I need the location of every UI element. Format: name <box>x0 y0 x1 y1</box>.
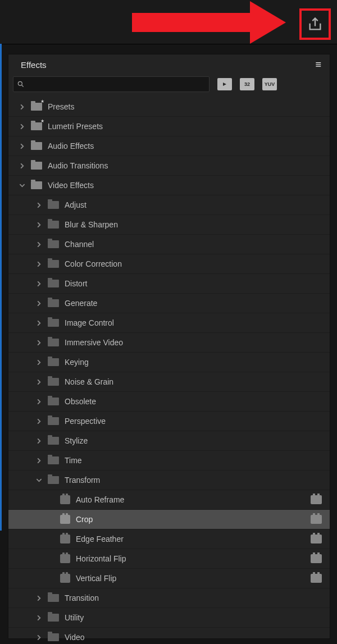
tree-item-stylize[interactable]: Stylize <box>8 431 330 451</box>
tree-item-keying[interactable]: Keying <box>8 353 330 372</box>
tree-item-generate[interactable]: Generate <box>8 294 330 313</box>
svg-point-0 <box>18 81 22 85</box>
folder-icon <box>48 437 59 445</box>
chevron-right-icon <box>35 418 42 424</box>
folder-icon <box>48 358 59 366</box>
chevron-right-icon <box>35 319 42 326</box>
chevron-right-icon <box>19 123 25 130</box>
chevron-right-icon <box>35 241 42 248</box>
folder-icon <box>48 614 59 622</box>
chevron-right-icon <box>35 359 42 366</box>
effect-edge-feather[interactable]: Edge Feather <box>8 529 330 549</box>
chevron-right-icon <box>35 339 42 346</box>
folder-icon <box>48 594 59 602</box>
folder-icon <box>48 260 59 268</box>
folder-icon <box>48 319 59 327</box>
filter-32bit-button[interactable]: 32 <box>240 78 254 90</box>
effect-preset-icon <box>60 554 70 563</box>
active-panel-indicator <box>0 44 2 531</box>
effect-preset-icon <box>60 535 70 543</box>
tree-item-color-correction[interactable]: Color Correction <box>8 254 330 274</box>
tree-item-distort[interactable]: Distort <box>8 274 330 294</box>
search-icon <box>17 80 25 88</box>
tree-item-lumetri-presets[interactable]: Lumetri Presets <box>8 117 330 136</box>
effect-preset-icon <box>60 515 70 524</box>
tree-item-noise-grain[interactable]: Noise & Grain <box>8 372 330 392</box>
accelerated-badge-icon <box>311 535 322 543</box>
tree-item-audio-effects[interactable]: Audio Effects <box>8 136 330 156</box>
folder-icon <box>31 122 42 130</box>
chevron-right-icon <box>35 300 42 307</box>
chevron-down-icon <box>35 477 42 483</box>
folder-icon <box>48 339 59 346</box>
tree-item-time[interactable]: Time <box>8 451 330 471</box>
tree-item-transform[interactable]: Transform <box>8 471 330 490</box>
chevron-right-icon <box>35 457 42 464</box>
filter-accelerated-button[interactable] <box>217 78 232 90</box>
folder-icon <box>48 299 59 307</box>
accelerated-badge-icon <box>311 515 322 524</box>
chevron-right-icon <box>35 280 42 287</box>
tree-item-presets[interactable]: Presets <box>8 97 330 117</box>
accelerated-badge-icon <box>311 574 322 583</box>
search-field[interactable] <box>28 80 209 89</box>
chevron-right-icon <box>19 143 25 149</box>
folder-icon <box>48 378 59 386</box>
folder-icon <box>48 280 59 287</box>
folder-icon <box>48 240 59 248</box>
chevron-right-icon <box>35 437 42 444</box>
folder-icon <box>48 221 59 229</box>
tree-item-image-control[interactable]: Image Control <box>8 313 330 333</box>
effects-panel: Effects ≡ 32 YUV Presets Lumetri Presets… <box>8 54 330 639</box>
effect-crop[interactable]: Crop <box>8 510 330 529</box>
effect-horizontal-flip[interactable]: Horizontal Flip <box>8 549 330 569</box>
chevron-right-icon <box>35 261 42 267</box>
export-button-highlight[interactable] <box>299 8 331 40</box>
filter-yuv-button[interactable]: YUV <box>262 78 277 90</box>
effect-vertical-flip[interactable]: Vertical Flip <box>8 569 330 588</box>
folder-icon <box>48 456 59 464</box>
tree-item-utility[interactable]: Utility <box>8 608 330 628</box>
chevron-right-icon <box>35 378 42 385</box>
tree-item-immersive-video[interactable]: Immersive Video <box>8 333 330 353</box>
tree-item-perspective[interactable]: Perspective <box>8 412 330 431</box>
export-icon <box>307 16 323 32</box>
tree-item-transition[interactable]: Transition <box>8 588 330 608</box>
effect-preset-icon <box>60 495 70 504</box>
tree-item-channel[interactable]: Channel <box>8 235 330 254</box>
tree-item-blur-sharpen[interactable]: Blur & Sharpen <box>8 215 330 235</box>
annotation-arrow <box>132 4 300 39</box>
folder-icon <box>31 142 42 150</box>
svg-line-1 <box>22 85 24 87</box>
folder-icon <box>48 417 59 425</box>
effect-preset-icon <box>60 574 70 583</box>
tree-item-video-effects[interactable]: Video Effects <box>8 176 330 195</box>
chevron-down-icon <box>19 182 25 189</box>
tree-item-obsolete[interactable]: Obsolete <box>8 392 330 412</box>
chevron-right-icon <box>35 614 42 621</box>
tree-item-audio-transitions[interactable]: Audio Transitions <box>8 156 330 176</box>
panel-menu-button[interactable]: ≡ <box>315 59 322 71</box>
chevron-right-icon <box>35 634 42 641</box>
svg-marker-2 <box>223 83 226 86</box>
tree-item-video[interactable]: Video <box>8 628 330 644</box>
chevron-right-icon <box>35 221 42 228</box>
accelerated-badge-icon <box>311 495 322 504</box>
effects-tree: Presets Lumetri Presets Audio Effects Au… <box>8 97 330 644</box>
chevron-right-icon <box>35 398 42 405</box>
panel-title: Effects <box>21 60 47 70</box>
tree-item-adjust[interactable]: Adjust <box>8 195 330 215</box>
folder-icon <box>31 181 42 189</box>
chevron-right-icon <box>19 162 25 169</box>
app-top-bar <box>0 0 337 44</box>
folder-icon <box>48 476 59 484</box>
effect-auto-reframe[interactable]: Auto Reframe <box>8 490 330 510</box>
chevron-right-icon <box>19 103 25 110</box>
search-input[interactable] <box>13 76 210 92</box>
folder-icon <box>48 398 59 405</box>
chevron-right-icon <box>35 595 42 601</box>
folder-icon <box>31 162 42 170</box>
chevron-right-icon <box>35 202 42 208</box>
folder-icon <box>48 201 59 209</box>
accelerated-badge-icon <box>311 554 322 563</box>
